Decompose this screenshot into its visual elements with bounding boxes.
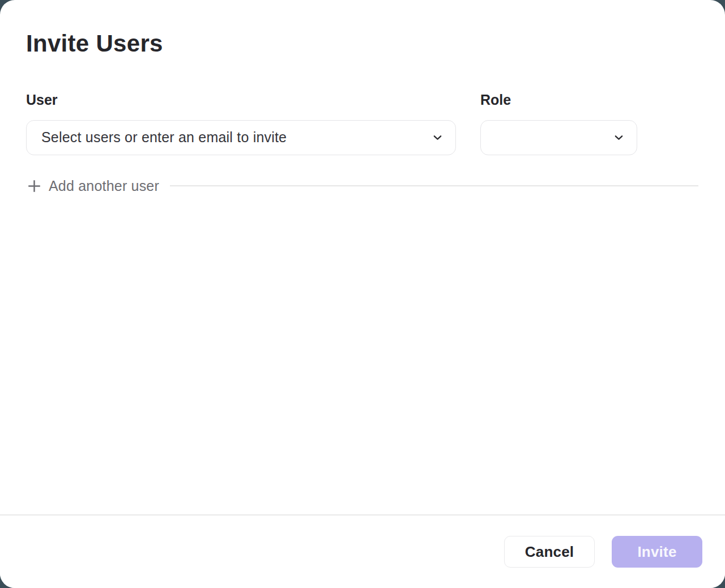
role-field-label: Role xyxy=(480,92,637,108)
add-another-user-button[interactable]: Add another user xyxy=(26,178,159,194)
add-another-user-label: Add another user xyxy=(49,178,159,194)
role-field: Role xyxy=(480,92,637,155)
chevron-down-icon xyxy=(613,131,625,143)
modal-footer: Cancel Invite xyxy=(0,514,725,588)
modal-title: Invite Users xyxy=(26,30,698,57)
invite-form-row: User Select users or enter an email to i… xyxy=(26,92,698,155)
chevron-down-icon xyxy=(432,131,443,143)
add-another-user-row: Add another user xyxy=(26,178,698,194)
user-select-placeholder: Select users or enter an email to invite xyxy=(41,129,432,146)
invite-button[interactable]: Invite xyxy=(612,536,702,568)
plus-icon xyxy=(26,178,42,194)
add-user-divider xyxy=(170,185,698,186)
role-select[interactable] xyxy=(480,120,637,155)
user-field-label: User xyxy=(26,92,456,108)
cancel-button[interactable]: Cancel xyxy=(504,536,595,568)
modal-body: Invite Users User Select users or enter … xyxy=(0,0,725,514)
user-select[interactable]: Select users or enter an email to invite xyxy=(26,120,456,155)
user-field: User Select users or enter an email to i… xyxy=(26,92,456,155)
invite-users-modal: Invite Users User Select users or enter … xyxy=(0,0,725,588)
